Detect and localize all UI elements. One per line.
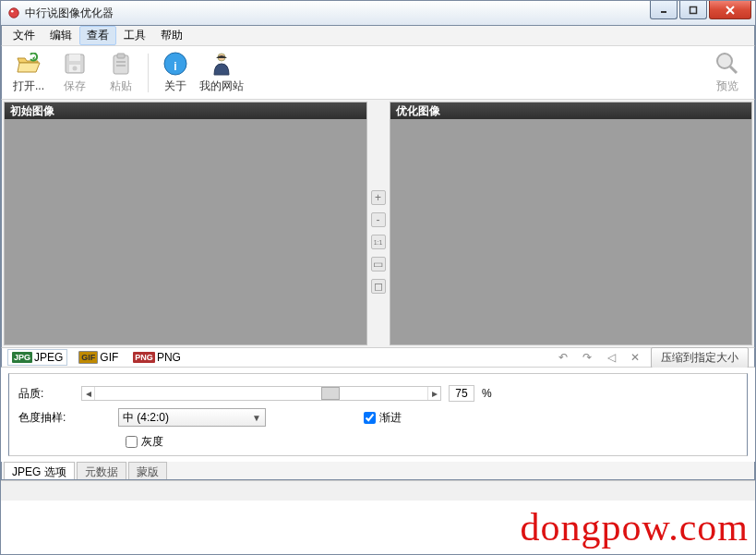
svg-point-1: [11, 10, 14, 13]
person-icon: [209, 51, 234, 77]
zoom-1to1-button[interactable]: 1:1: [371, 235, 386, 249]
menu-tools[interactable]: 工具: [116, 26, 153, 45]
svg-point-17: [717, 54, 732, 68]
svg-rect-12: [116, 61, 126, 63]
format-tab-png[interactable]: PNG PNG: [129, 350, 185, 365]
compress-to-size-button[interactable]: 压缩到指定大小: [651, 347, 749, 368]
close-button[interactable]: [709, 1, 751, 19]
quality-value-input[interactable]: 75: [449, 385, 474, 402]
svg-rect-3: [690, 6, 697, 13]
clipboard-icon: [108, 51, 134, 77]
mysite-button[interactable]: 我的网站: [200, 50, 243, 96]
zoom-toolbar: + - 1:1 ▭ ◻: [369, 100, 388, 347]
format-png-label: PNG: [157, 351, 181, 364]
window-titlebar: 中行说图像优化器: [0, 0, 756, 26]
svg-line-4: [726, 6, 734, 14]
delete-button[interactable]: ✕: [627, 350, 643, 365]
menu-edit[interactable]: 编辑: [42, 26, 79, 45]
original-panel-header: 初始图像: [5, 103, 366, 119]
zoom-fit-button[interactable]: ▭: [371, 257, 386, 271]
undo-button[interactable]: ↶: [555, 350, 571, 365]
menu-view[interactable]: 查看: [79, 26, 116, 45]
format-tab-row: JPG JPEG GIF GIF PNG PNG ↶ ↷ ◁ ✕ 压缩到指定大小: [1, 347, 755, 368]
gif-badge-icon: GIF: [78, 351, 98, 364]
save-label: 保存: [64, 78, 86, 94]
jpeg-badge-icon: JPG: [12, 352, 32, 363]
quality-label: 品质:: [18, 386, 74, 402]
quality-slider[interactable]: ◂ ▸: [81, 386, 441, 401]
redo-button[interactable]: ↷: [579, 350, 595, 365]
watermark-text: dongpow.com: [521, 505, 749, 549]
maximize-button[interactable]: [679, 1, 707, 19]
mysite-label: 我的网站: [199, 78, 244, 94]
slider-left-arrow-icon[interactable]: ◂: [82, 387, 95, 400]
grayscale-checkbox-input[interactable]: [126, 436, 138, 448]
svg-point-0: [9, 8, 19, 18]
folder-open-icon: [16, 51, 42, 77]
grayscale-label: 灰度: [141, 434, 163, 450]
optimized-panel-header: 优化图像: [390, 103, 752, 119]
slider-right-arrow-icon[interactable]: ▸: [427, 387, 440, 400]
tab-jpeg-options[interactable]: JPEG 选项: [4, 462, 75, 479]
svg-rect-11: [117, 54, 125, 58]
svg-rect-7: [69, 54, 80, 61]
toolbar: 打开... 保存 粘贴 i 关于 我的网站 预览: [1, 46, 755, 100]
chroma-value: 中 (4:2:0): [123, 410, 169, 426]
progressive-checkbox[interactable]: 渐进: [364, 410, 402, 426]
original-image-area[interactable]: [5, 119, 366, 344]
chroma-label: 色度抽样:: [18, 410, 74, 426]
original-panel: 初始图像: [4, 102, 367, 345]
chevron-down-icon: ▼: [252, 413, 261, 423]
svg-line-18: [730, 66, 737, 73]
image-panels: 初始图像 + - 1:1 ▭ ◻ 优化图像: [1, 100, 755, 347]
chroma-combobox[interactable]: 中 (4:2:0) ▼: [118, 408, 266, 427]
paste-button[interactable]: 粘贴: [100, 50, 142, 96]
about-button[interactable]: i 关于: [154, 50, 197, 96]
menu-file[interactable]: 文件: [6, 26, 42, 45]
settings-panel: 品质: ◂ ▸ 75 % 色度抽样: 中 (4:2:0) ▼ 渐进 灰度: [8, 373, 748, 456]
progressive-label: 渐进: [379, 410, 402, 426]
app-icon: [6, 6, 21, 20]
info-icon: i: [162, 51, 188, 77]
menu-bar: 文件 编辑 查看 工具 帮助: [1, 26, 755, 46]
magnifier-icon: [714, 51, 740, 77]
rewind-button[interactable]: ◁: [603, 350, 619, 365]
preview-label: 预览: [716, 78, 738, 94]
svg-point-9: [73, 66, 78, 71]
quality-unit: %: [482, 387, 492, 400]
minimize-button[interactable]: [650, 1, 678, 19]
save-button[interactable]: 保存: [54, 50, 96, 96]
grayscale-checkbox[interactable]: 灰度: [126, 434, 163, 450]
paste-label: 粘贴: [110, 78, 132, 94]
slider-thumb[interactable]: [321, 387, 340, 400]
svg-line-5: [726, 6, 734, 14]
svg-rect-13: [116, 65, 126, 66]
format-tab-jpeg[interactable]: JPG JPEG: [7, 349, 67, 366]
menu-help[interactable]: 帮助: [153, 26, 190, 45]
optimized-panel: 优化图像: [390, 102, 753, 345]
floppy-disk-icon: [62, 51, 88, 77]
window-title: 中行说图像优化器: [25, 6, 114, 21]
toolbar-separator: [148, 54, 149, 92]
tab-mask[interactable]: 蒙版: [128, 462, 167, 479]
format-tab-gif[interactable]: GIF GIF: [75, 350, 122, 365]
progressive-checkbox-input[interactable]: [364, 412, 376, 424]
preview-button[interactable]: 预览: [706, 50, 749, 96]
about-label: 关于: [164, 78, 186, 94]
svg-text:i: i: [174, 60, 176, 73]
png-badge-icon: PNG: [133, 352, 155, 363]
format-jpeg-label: JPEG: [34, 351, 63, 364]
status-bar: [1, 480, 755, 501]
zoom-in-button[interactable]: +: [371, 190, 386, 205]
bottom-tab-row: JPEG 选项 元数据 蒙版: [1, 462, 755, 480]
zoom-out-button[interactable]: -: [371, 212, 386, 227]
zoom-screen-button[interactable]: ◻: [371, 279, 386, 294]
tab-metadata[interactable]: 元数据: [77, 462, 126, 479]
optimized-image-area[interactable]: [390, 119, 752, 344]
open-button[interactable]: 打开...: [7, 50, 50, 96]
format-gif-label: GIF: [100, 351, 118, 364]
open-label: 打开...: [13, 78, 44, 94]
